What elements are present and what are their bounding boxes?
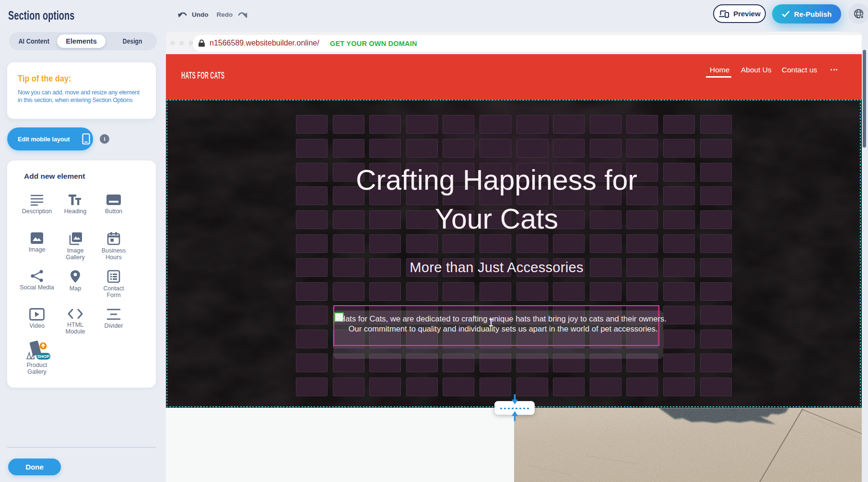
svg-text:SHOP: SHOP — [37, 354, 50, 359]
